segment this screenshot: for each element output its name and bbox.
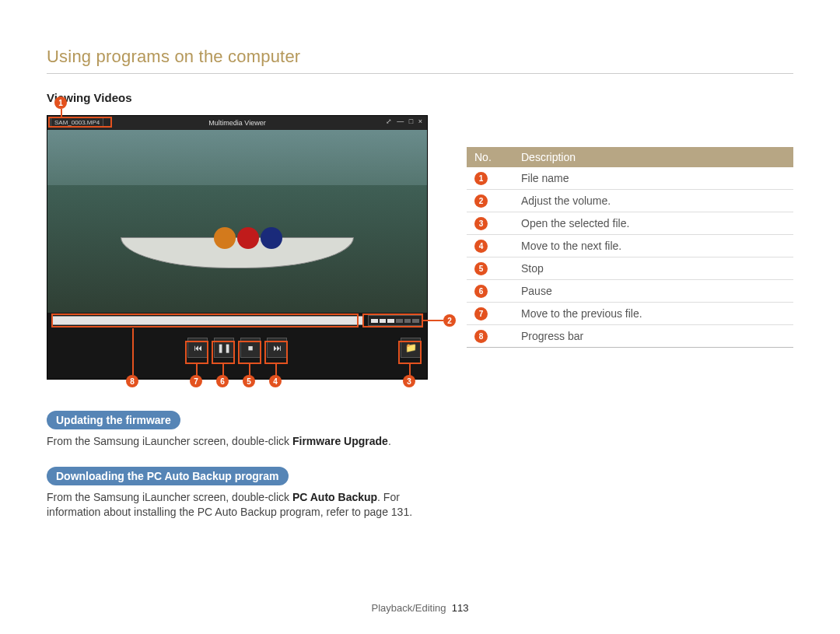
table-header-no: No. — [467, 147, 513, 167]
callout-description-table: No. Description 1File name 2Adjust the v… — [467, 147, 793, 348]
footer-section-label: Playback/Editing — [371, 602, 446, 614]
stop-button[interactable]: ■ — [240, 338, 261, 358]
next-button[interactable]: ⏭ — [267, 338, 287, 358]
table-row: 6Pause — [467, 280, 793, 303]
firmware-pill-heading: Updating the firmware — [47, 411, 180, 429]
pumpkin-blue — [261, 227, 282, 249]
table-row: 2Adjust the volume. — [467, 190, 793, 212]
row-desc: Stop — [513, 257, 793, 280]
callout-1-line — [61, 109, 62, 117]
right-column: No. Description 1File name 2Adjust the v… — [467, 91, 793, 538]
pc-auto-backup-label: PC Auto Backup — [292, 491, 377, 503]
table-row: 5Stop — [467, 257, 793, 280]
volume-segment — [371, 319, 378, 323]
two-column-layout: Viewing Videos 1 SAM_0003.MP4 Multimedia… — [47, 91, 793, 538]
section-divider — [47, 73, 793, 74]
volume-segment — [396, 319, 403, 323]
backup-paragraph: From the Samsung iLauncher screen, doubl… — [47, 490, 436, 520]
callout-3: 3 — [403, 375, 415, 387]
row-num-icon: 5 — [474, 262, 488, 275]
boat-illustration — [121, 214, 354, 268]
open-file-button[interactable]: 📁 — [401, 338, 421, 358]
file-name-chip: SAM_0003.MP4 — [51, 117, 103, 128]
volume-segment — [412, 319, 419, 323]
viewer-titlebar: SAM_0003.MP4 Multimedia Viewer ⤢ — □ × — [47, 116, 427, 130]
row-num-icon: 8 — [474, 330, 488, 343]
callout-5: 5 — [243, 375, 255, 387]
multimedia-viewer-window: SAM_0003.MP4 Multimedia Viewer ⤢ — □ × — [47, 115, 428, 380]
section-title: Using programs on the computer — [47, 47, 793, 67]
row-num-icon: 3 — [474, 217, 488, 230]
row-desc: Progress bar — [513, 325, 793, 348]
row-num-icon: 7 — [474, 307, 488, 321]
callout-4: 4 — [269, 375, 282, 387]
text: From the Samsung iLauncher screen, doubl… — [47, 435, 292, 447]
volume-segment — [404, 319, 411, 323]
table-row: 1File name — [467, 167, 793, 190]
firmware-paragraph: From the Samsung iLauncher screen, doubl… — [47, 434, 436, 450]
table-row: 8Progress bar — [467, 325, 793, 348]
row-desc: Pause — [513, 280, 793, 303]
viewer-figure: 1 SAM_0003.MP4 Multimedia Viewer ⤢ — □ × — [47, 115, 428, 380]
progress-row — [47, 313, 427, 328]
callout-2-line — [423, 320, 443, 321]
volume-segment — [387, 319, 394, 323]
row-num-icon: 4 — [474, 240, 488, 253]
row-desc: Move to the previous file. — [513, 303, 793, 325]
progress-bar[interactable] — [52, 316, 363, 325]
volume-segment — [380, 319, 387, 323]
app-title: Multimedia Viewer — [208, 119, 265, 127]
controls-row: ⏮ ❚❚ ■ ⏭ 📁 — [47, 328, 427, 367]
video-frame — [47, 130, 427, 313]
pumpkin-orange — [214, 227, 236, 249]
callout-8: 8 — [126, 375, 138, 387]
row-desc: Open the selected file. — [513, 212, 793, 235]
left-column: Viewing Videos 1 SAM_0003.MP4 Multimedia… — [47, 91, 436, 538]
callout-7: 7 — [190, 375, 202, 387]
pumpkin-red — [237, 227, 259, 249]
volume-control[interactable] — [368, 315, 422, 326]
row-num-icon: 1 — [474, 172, 488, 185]
firmware-upgrade-label: Firmware Upgrade — [292, 435, 388, 447]
table-header-desc: Description — [513, 147, 793, 167]
row-desc: File name — [513, 167, 793, 190]
viewing-videos-heading: Viewing Videos — [47, 91, 436, 104]
table-row: 7Move to the previous file. — [467, 303, 793, 325]
table-row: 3Open the selected file. — [467, 212, 793, 235]
table-row: 4Move to the next file. — [467, 235, 793, 257]
row-num-icon: 2 — [474, 194, 488, 208]
window-controls[interactable]: ⤢ — □ × — [386, 117, 424, 125]
page-footer: Playback/Editing 113 — [0, 602, 840, 614]
row-desc: Adjust the volume. — [513, 190, 793, 212]
text: From the Samsung iLauncher screen, doubl… — [47, 491, 292, 503]
row-num-icon: 6 — [474, 285, 488, 298]
text: . — [388, 435, 391, 447]
callout-1: 1 — [54, 96, 67, 109]
prev-button[interactable]: ⏮ — [187, 338, 208, 358]
callout-2: 2 — [443, 314, 456, 327]
callout-8-line — [132, 328, 134, 375]
row-desc: Move to the next file. — [513, 235, 793, 257]
footer-page-number: 113 — [452, 602, 469, 614]
backup-pill-heading: Downloading the PC Auto Backup program — [47, 467, 289, 485]
pause-button[interactable]: ❚❚ — [214, 338, 234, 358]
callout-6: 6 — [216, 375, 229, 387]
